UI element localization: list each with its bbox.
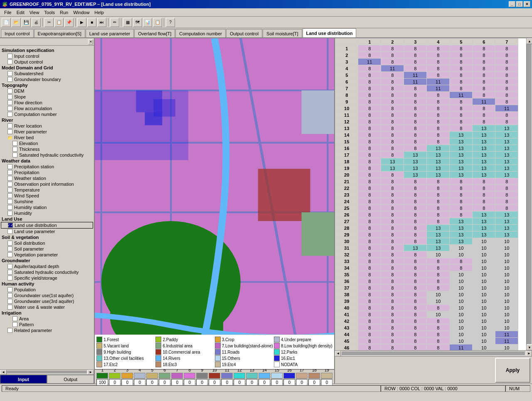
checkbox-dem[interactable]: [7, 89, 12, 93]
checkbox-obs-point-info[interactable]: [7, 182, 12, 187]
menu-window[interactable]: Window: [71, 9, 92, 16]
grid-cell[interactable]: 8: [358, 65, 381, 72]
grid-cell[interactable]: 8: [495, 79, 518, 85]
grid-cell[interactable]: 10: [473, 278, 495, 285]
grid-cell[interactable]: 13: [473, 225, 495, 231]
grid-cell[interactable]: 8: [427, 132, 450, 138]
item-land-use-dist[interactable]: ✓ Land use distribution: [1, 222, 93, 229]
grid-cell[interactable]: 8: [427, 59, 450, 65]
grid-cell[interactable]: 8: [381, 72, 404, 79]
checkbox-irr-area[interactable]: [12, 316, 17, 321]
grid-cell[interactable]: 8: [404, 45, 427, 52]
grid-cell[interactable]: 8: [450, 192, 473, 198]
grid-cell[interactable]: 13: [404, 152, 427, 158]
grid-cell[interactable]: 8: [427, 92, 450, 98]
tab-land-use-parameter[interactable]: Land use parameter: [86, 29, 134, 37]
grid-cell[interactable]: 8: [381, 278, 404, 285]
grid-cell[interactable]: 8: [404, 105, 427, 112]
tb-grid[interactable]: ▦: [123, 18, 132, 27]
grid-cell[interactable]: 8: [427, 331, 450, 338]
grid-cell[interactable]: 10: [495, 291, 518, 298]
grid-cell[interactable]: 8: [381, 225, 404, 231]
grid-cell[interactable]: 8: [495, 45, 518, 52]
grid-cell[interactable]: 10: [495, 325, 518, 331]
grid-container[interactable]: 1234567 18888888288888883118888884811888…: [335, 38, 526, 350]
grid-cell[interactable]: 8: [495, 118, 518, 125]
grid-cell[interactable]: 8: [427, 178, 450, 185]
checkbox-soil-dist[interactable]: [7, 241, 12, 246]
grid-cell[interactable]: 13: [495, 138, 518, 145]
grid-cell[interactable]: 8: [427, 325, 450, 331]
grid-cell[interactable]: 13: [495, 172, 518, 178]
grid-cell[interactable]: 10: [473, 238, 495, 245]
tb-new[interactable]: 📄: [2, 18, 11, 27]
grid-cell[interactable]: 8: [381, 344, 404, 351]
grid-cell[interactable]: 10: [495, 251, 518, 258]
grid-cell[interactable]: 8: [404, 178, 427, 185]
checkbox-land-use-dist[interactable]: ✓: [8, 223, 13, 228]
grid-cell[interactable]: 10: [473, 265, 495, 271]
grid-cell[interactable]: 10: [473, 338, 495, 344]
grid-cell[interactable]: 8: [358, 112, 381, 118]
grid-cell[interactable]: 8: [358, 165, 381, 172]
grid-cell[interactable]: 10: [495, 298, 518, 305]
grid-cell[interactable]: 8: [473, 92, 495, 98]
item-dem[interactable]: DEM: [1, 88, 93, 94]
grid-cell[interactable]: 8: [381, 331, 404, 338]
grid-cell[interactable]: 13: [450, 158, 473, 165]
grid-cell[interactable]: 8: [495, 192, 518, 198]
grid-cell[interactable]: 8: [404, 225, 427, 231]
item-output-control[interactable]: Output control: [1, 59, 93, 65]
grid-cell[interactable]: 13: [473, 212, 495, 218]
grid-cell[interactable]: 8: [381, 138, 404, 145]
grid-hscroll[interactable]: ◄ ►: [335, 350, 532, 356]
grid-cell[interactable]: 8: [358, 291, 381, 298]
grid-cell[interactable]: 8: [404, 198, 427, 205]
section-human[interactable]: Human activity: [1, 281, 93, 287]
item-groundwater-boundary[interactable]: Groundwater boundary: [1, 76, 93, 82]
grid-cell[interactable]: 10: [450, 331, 473, 338]
grid-cell[interactable]: 8: [427, 318, 450, 325]
grid-cell[interactable]: 8: [358, 72, 381, 79]
checkbox-gw-use-3rd[interactable]: [7, 299, 12, 304]
grid-cell[interactable]: 8: [358, 311, 381, 318]
item-sat-hyd-cond-river[interactable]: Saturated hydraulic conductivity: [1, 152, 93, 158]
grid-cell[interactable]: 8: [495, 72, 518, 79]
grid-cell[interactable]: 8: [427, 65, 450, 72]
checkbox-computation-number[interactable]: [7, 112, 12, 117]
grid-cell[interactable]: 8: [473, 178, 495, 185]
grid-cell[interactable]: 13: [450, 165, 473, 172]
grid-cell[interactable]: 8: [473, 105, 495, 112]
grid-cell[interactable]: 10: [473, 291, 495, 298]
checkbox-slope[interactable]: [7, 94, 12, 99]
hscroll-right[interactable]: ►: [526, 351, 532, 357]
grid-cell[interactable]: 10: [473, 251, 495, 258]
grid-cell[interactable]: 8: [381, 298, 404, 305]
grid-cell[interactable]: 8: [495, 52, 518, 59]
item-flow-direction[interactable]: Flow direction: [1, 100, 93, 106]
grid-cell[interactable]: 8: [427, 258, 450, 265]
grid-cell[interactable]: 8: [450, 118, 473, 125]
grid-cell[interactable]: 8: [381, 218, 404, 225]
grid-cell[interactable]: 8: [404, 305, 427, 311]
grid-cell[interactable]: 13: [404, 172, 427, 178]
item-computation-number[interactable]: Computation number: [1, 111, 93, 117]
grid-cell[interactable]: 8: [358, 344, 381, 351]
checkbox-related-param[interactable]: [7, 328, 12, 333]
section-simulation[interactable]: Simulation specification: [1, 47, 93, 53]
grid-cell[interactable]: 10: [450, 278, 473, 285]
grid-cell[interactable]: 8: [427, 305, 450, 311]
grid-cell[interactable]: 8: [404, 59, 427, 65]
grid-cell[interactable]: 8: [427, 271, 450, 278]
tab-land-use-distribution[interactable]: Land use distribution: [303, 28, 357, 37]
grid-cell[interactable]: 8: [381, 245, 404, 251]
grid-cell[interactable]: 13: [450, 152, 473, 158]
grid-cell[interactable]: 8: [358, 185, 381, 192]
checkbox-subwatershed[interactable]: [7, 71, 12, 76]
item-elevation[interactable]: Elevation: [1, 140, 93, 146]
grid-cell[interactable]: 10: [495, 318, 518, 325]
grid-cell[interactable]: 13: [473, 172, 495, 178]
grid-cell[interactable]: 13: [495, 145, 518, 152]
grid-cell[interactable]: 8: [450, 72, 473, 79]
grid-cell[interactable]: 8: [381, 92, 404, 98]
